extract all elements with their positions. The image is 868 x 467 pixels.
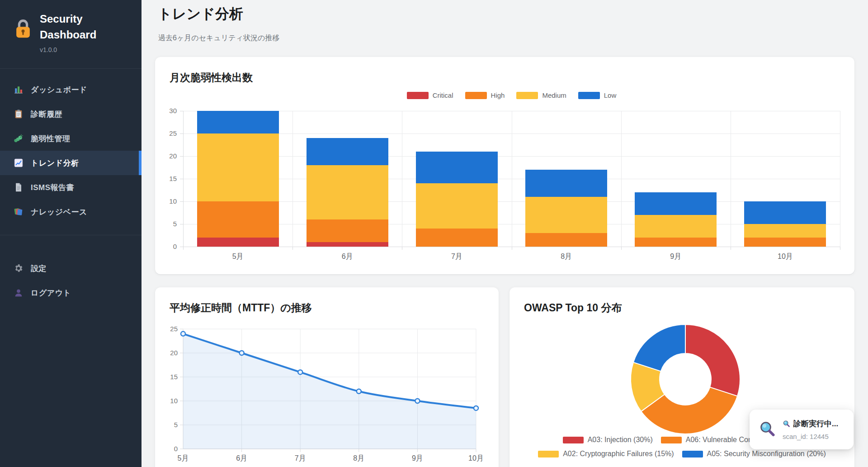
bar-segment-high-9月[interactable] xyxy=(635,238,717,247)
scan-running-toast[interactable]: 診断実行中... scan_id: 12445 xyxy=(750,410,854,449)
bar-segment-low-10月[interactable] xyxy=(744,201,826,224)
bar-segment-medium-7月[interactable] xyxy=(416,183,498,229)
bar-segment-critical-5月[interactable] xyxy=(197,238,279,247)
gridline-v xyxy=(402,111,402,247)
document-icon xyxy=(14,182,24,192)
line-point-8月[interactable] xyxy=(357,389,361,394)
x-tick-label: 5月 xyxy=(183,252,292,262)
bar-segment-low-7月[interactable] xyxy=(416,152,498,183)
x-tick xyxy=(402,247,402,250)
y-tick-label: 15 xyxy=(170,373,178,381)
sidebar-item-isms-report[interactable]: ISMS報告書 xyxy=(0,175,142,200)
legend-item-A03[interactable]: A03: Injection (30%) xyxy=(563,436,653,444)
bar-segment-low-9月[interactable] xyxy=(635,192,717,215)
bar-segment-high-7月[interactable] xyxy=(416,229,498,247)
monthly-vulnerabilities-card: 月次脆弱性検出数 CriticalHighMediumLow 051015202… xyxy=(155,57,854,274)
x-tick xyxy=(621,247,622,250)
x-tick-label: 9月 xyxy=(412,454,423,462)
sidebar-item-settings[interactable]: 設定 xyxy=(0,256,142,281)
y-tick xyxy=(180,224,183,224)
y-tick xyxy=(180,179,183,179)
sidebar-item-vulnerability-mgmt[interactable]: 脆弱性管理 xyxy=(0,126,142,151)
x-tick xyxy=(512,247,512,250)
line-point-5月[interactable] xyxy=(181,332,185,336)
trend-chart-icon xyxy=(14,158,24,168)
x-axis-line xyxy=(183,247,840,247)
bar-segment-medium-8月[interactable] xyxy=(525,197,607,233)
person-icon xyxy=(14,288,24,298)
x-tick-label: 8月 xyxy=(512,252,621,262)
page-title: トレンド分析 xyxy=(158,5,243,24)
line-point-10月[interactable] xyxy=(474,406,478,410)
bar-segment-medium-10月[interactable] xyxy=(744,224,826,238)
y-tick xyxy=(180,201,183,202)
bar-segment-medium-6月[interactable] xyxy=(307,165,388,219)
y-tick xyxy=(180,156,183,157)
bar-segment-high-6月[interactable] xyxy=(307,219,388,242)
donut-legend-row: A02: Cryptographic Failures (15%)A05: Se… xyxy=(538,450,826,458)
legend-swatch xyxy=(538,451,559,457)
bar-segment-low-8月[interactable] xyxy=(525,170,607,197)
line-chart-plot: 05101520255月6月7月8月9月10月 xyxy=(155,287,499,467)
toast-body: 診断実行中... scan_id: 12445 xyxy=(783,419,838,440)
bar-segment-high-5月[interactable] xyxy=(197,201,279,238)
legend-label: A05: Security Misconfiguration (20%) xyxy=(707,450,826,458)
y-tick-label: 5 xyxy=(153,220,177,228)
line-point-9月[interactable] xyxy=(415,399,420,403)
legend-label: A02: Cryptographic Failures (15%) xyxy=(563,450,674,458)
donut-slice-A05[interactable] xyxy=(633,324,685,371)
legend-item-A05[interactable]: A05: Security Misconfiguration (20%) xyxy=(682,450,826,458)
legend-swatch xyxy=(563,437,584,443)
bar-segment-low-5月[interactable] xyxy=(197,111,279,133)
clipboard-icon xyxy=(14,109,24,119)
y-tick xyxy=(180,247,183,247)
bar-segment-high-10月[interactable] xyxy=(744,238,826,247)
x-tick xyxy=(183,247,184,250)
bar-segment-high-8月[interactable] xyxy=(525,233,607,247)
sidebar-item-label: ダッシュボード xyxy=(31,85,87,95)
x-tick-label: 10月 xyxy=(468,454,484,462)
sidebar-item-label: ISMS報告書 xyxy=(31,182,74,193)
y-tick-label: 20 xyxy=(170,349,178,357)
bar-segment-medium-9月[interactable] xyxy=(635,215,717,238)
y-tick-label: 10 xyxy=(170,397,178,405)
toast-title-row: 診断実行中... xyxy=(783,419,838,429)
y-tick xyxy=(180,111,183,111)
x-tick-label: 9月 xyxy=(621,252,731,262)
sidebar-item-label: 診断履歴 xyxy=(31,109,62,119)
gridline-v xyxy=(840,111,840,247)
gear-icon xyxy=(14,263,24,273)
legend-item-A02[interactable]: A02: Cryptographic Failures (15%) xyxy=(538,450,674,458)
lock-icon xyxy=(13,18,33,39)
sidebar-item-knowledge-base[interactable]: ナレッジベース xyxy=(0,200,142,224)
y-tick-label: 15 xyxy=(153,175,177,182)
bar-segment-medium-5月[interactable] xyxy=(197,133,279,201)
gridline-v xyxy=(512,111,512,247)
donut-slice-A03[interactable] xyxy=(685,324,740,396)
toast-title: 診断実行中... xyxy=(793,419,838,429)
sidebar-item-trend-analysis[interactable]: トレンド分析 xyxy=(0,151,142,175)
bar-segment-low-6月[interactable] xyxy=(307,138,388,165)
sidebar-item-scan-history[interactable]: 診断履歴 xyxy=(0,102,142,126)
x-tick-label: 7月 xyxy=(295,454,306,462)
gridline-v xyxy=(292,111,293,247)
sidebar-item-dashboard[interactable]: ダッシュボード xyxy=(0,77,142,102)
sidebar: Security Dashboard v1.0.0 ダッシュボード xyxy=(0,0,142,467)
y-tick-label: 0 xyxy=(174,445,178,453)
sidebar-item-label: トレンド分析 xyxy=(31,158,79,168)
x-tick-label: 6月 xyxy=(236,454,247,462)
x-tick xyxy=(292,247,293,250)
sidebar-item-label: ナレッジベース xyxy=(31,207,87,217)
sidebar-logo-section: Security Dashboard v1.0.0 xyxy=(0,0,142,69)
x-tick-label: 8月 xyxy=(353,454,364,462)
magnifier-icon-small xyxy=(783,420,791,428)
y-tick-label: 25 xyxy=(153,129,177,137)
bar-segment-critical-6月[interactable] xyxy=(307,242,388,247)
app-version: v1.0.0 xyxy=(40,46,57,53)
legend-swatch xyxy=(661,437,682,443)
line-point-6月[interactable] xyxy=(240,351,244,355)
books-icon xyxy=(14,207,24,217)
sidebar-item-logout[interactable]: ログアウト xyxy=(0,281,142,305)
y-tick-label: 5 xyxy=(174,421,178,429)
line-point-7月[interactable] xyxy=(298,370,302,374)
